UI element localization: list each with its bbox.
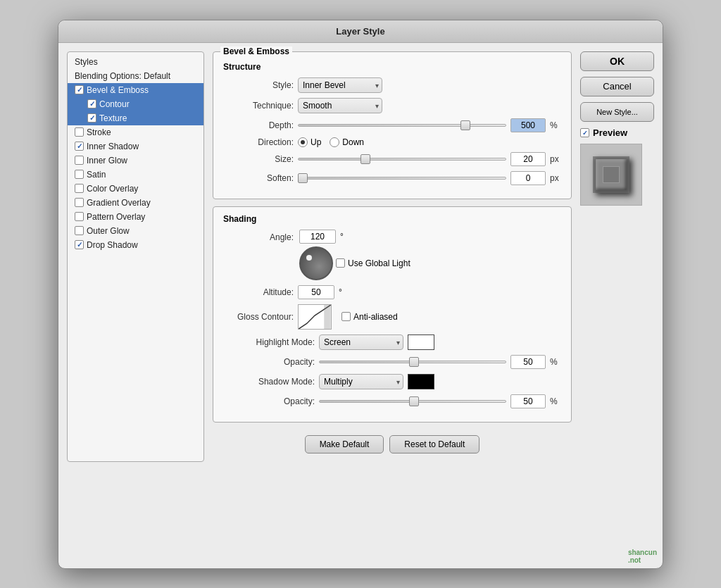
satin-checkbox[interactable] xyxy=(75,170,84,179)
preview-label-row: Preview xyxy=(580,127,654,138)
direction-up[interactable]: Up xyxy=(298,137,321,147)
highlight-opacity-unit: % xyxy=(550,357,561,367)
highlight-mode-row: Highlight Mode: Screen Normal Multiply O… xyxy=(223,334,561,350)
technique-select-wrapper: Smooth Chisel Hard Chisel Soft xyxy=(298,98,382,113)
highlight-opacity-input[interactable] xyxy=(510,355,546,369)
direction-down[interactable]: Down xyxy=(330,137,364,147)
direction-row: Direction: Up Down xyxy=(223,137,561,147)
blending-options-item[interactable]: Blending Options: Default xyxy=(68,69,203,83)
depth-row: Depth: % xyxy=(223,118,561,132)
shadow-opacity-input[interactable] xyxy=(510,394,546,408)
direction-radio-group: Up Down xyxy=(298,137,364,147)
shadow-opacity-thumb[interactable] xyxy=(409,396,419,406)
size-label: Size: xyxy=(223,154,294,164)
shadow-mode-select-wrapper: Multiply Normal Screen Overlay xyxy=(319,374,403,389)
depth-label: Depth: xyxy=(223,120,294,130)
sidebar-item-stroke[interactable]: Stroke xyxy=(68,125,203,139)
center-panel: Bevel & Emboss Structure Style: Inner Be… xyxy=(213,51,572,462)
preview-inner xyxy=(593,156,629,193)
highlight-mode-select[interactable]: Screen Normal Multiply Overlay xyxy=(319,334,403,350)
highlight-opacity-thumb[interactable] xyxy=(409,357,419,367)
soften-unit: px xyxy=(550,173,561,183)
sidebar-item-inner-shadow[interactable]: Inner Shadow xyxy=(68,139,203,154)
left-panel: Styles Blending Options: Default Bevel &… xyxy=(67,51,204,462)
anti-aliased-label: Anti-aliased xyxy=(353,312,398,322)
size-input[interactable] xyxy=(510,152,546,166)
shading-section: Shading Angle: ° xyxy=(213,206,572,423)
style-row: Style: Inner Bevel Outer Bevel Emboss Pi… xyxy=(223,77,561,93)
sidebar-item-inner-glow[interactable]: Inner Glow xyxy=(68,154,203,168)
sidebar-item-satin[interactable]: Satin xyxy=(68,168,203,182)
preview-text: Preview xyxy=(593,127,627,138)
soften-slider[interactable] xyxy=(298,173,506,184)
make-default-button[interactable]: Make Default xyxy=(305,435,384,453)
watermark: shancun .not xyxy=(628,549,657,564)
size-unit: px xyxy=(550,154,561,164)
use-global-light-checkbox[interactable] xyxy=(336,258,345,268)
sidebar-item-color-overlay[interactable]: Color Overlay xyxy=(68,182,203,196)
gradient-overlay-checkbox[interactable] xyxy=(75,198,84,207)
drop-shadow-checkbox[interactable] xyxy=(75,240,84,249)
reset-to-default-button[interactable]: Reset to Default xyxy=(389,435,479,453)
highlight-opacity-row: Opacity: % xyxy=(223,355,561,369)
size-slider-track xyxy=(298,158,506,161)
gloss-contour-row: Gloss Contour: Anti-aliased xyxy=(223,304,561,330)
cancel-button[interactable]: Cancel xyxy=(580,77,654,96)
soften-slider-thumb[interactable] xyxy=(298,173,308,183)
contour-checkbox[interactable] xyxy=(87,99,96,108)
structure-subtitle: Structure xyxy=(223,62,561,72)
highlight-opacity-label: Opacity: xyxy=(223,357,315,367)
stroke-checkbox[interactable] xyxy=(75,127,84,137)
texture-checkbox[interactable] xyxy=(87,113,96,123)
altitude-label: Altitude: xyxy=(223,287,294,297)
depth-slider-thumb[interactable] xyxy=(460,120,470,130)
highlight-mode-select-wrapper: Screen Normal Multiply Overlay xyxy=(319,334,403,350)
soften-input[interactable] xyxy=(510,171,546,185)
gloss-contour-preview[interactable] xyxy=(298,304,332,330)
color-overlay-checkbox[interactable] xyxy=(75,184,84,193)
sidebar-item-pattern-overlay[interactable]: Pattern Overlay xyxy=(68,210,203,224)
ok-button[interactable]: OK xyxy=(580,51,654,71)
shadow-opacity-slider[interactable] xyxy=(319,396,506,407)
technique-select[interactable]: Smooth Chisel Hard Chisel Soft xyxy=(298,98,382,113)
anti-aliased-checkbox[interactable] xyxy=(341,312,351,321)
shadow-mode-select[interactable]: Multiply Normal Screen Overlay xyxy=(319,374,403,389)
section-title: Bevel & Emboss xyxy=(220,46,292,56)
style-label: Style: xyxy=(223,80,294,90)
soften-label: Soften: xyxy=(223,173,294,183)
preview-checkbox[interactable] xyxy=(580,128,589,137)
outer-glow-checkbox[interactable] xyxy=(75,226,84,235)
angle-wheel[interactable] xyxy=(299,246,333,280)
sidebar-item-outer-glow[interactable]: Outer Glow xyxy=(68,224,203,238)
angle-input[interactable] xyxy=(299,230,336,244)
style-select[interactable]: Inner Bevel Outer Bevel Emboss Pillow Em… xyxy=(298,77,382,93)
size-slider-thumb[interactable] xyxy=(360,154,370,164)
use-global-light-row[interactable]: Use Global Light xyxy=(336,258,410,268)
sidebar-item-bevel-emboss[interactable]: Bevel & Emboss xyxy=(68,83,203,97)
altitude-unit: ° xyxy=(339,287,342,297)
altitude-input[interactable] xyxy=(298,285,334,299)
sidebar-item-drop-shadow[interactable]: Drop Shadow xyxy=(68,238,203,252)
inner-glow-checkbox[interactable] xyxy=(75,156,84,165)
angle-row: Angle: ° Use Global Light xyxy=(223,230,561,280)
new-style-button[interactable]: New Style... xyxy=(580,102,654,122)
depth-input[interactable] xyxy=(510,118,546,132)
sidebar-item-texture[interactable]: Texture xyxy=(68,111,203,125)
angle-label: Angle: xyxy=(223,232,294,242)
shading-title: Shading xyxy=(223,214,561,224)
pattern-overlay-checkbox[interactable] xyxy=(75,212,84,221)
radio-up[interactable] xyxy=(298,137,308,147)
radio-down[interactable] xyxy=(330,137,339,147)
anti-aliased-row[interactable]: Anti-aliased xyxy=(341,312,398,322)
shadow-color-swatch[interactable] xyxy=(408,374,434,389)
altitude-row: Altitude: ° xyxy=(223,285,561,299)
inner-shadow-checkbox[interactable] xyxy=(75,142,84,151)
bottom-buttons: Make Default Reset to Default xyxy=(213,430,572,462)
highlight-opacity-slider[interactable] xyxy=(319,356,506,368)
bevel-emboss-checkbox[interactable] xyxy=(75,85,84,94)
sidebar-item-gradient-overlay[interactable]: Gradient Overlay xyxy=(68,196,203,210)
sidebar-item-contour[interactable]: Contour xyxy=(68,97,203,111)
size-slider[interactable] xyxy=(298,154,506,165)
depth-slider[interactable] xyxy=(298,120,506,131)
highlight-color-swatch[interactable] xyxy=(408,334,434,350)
